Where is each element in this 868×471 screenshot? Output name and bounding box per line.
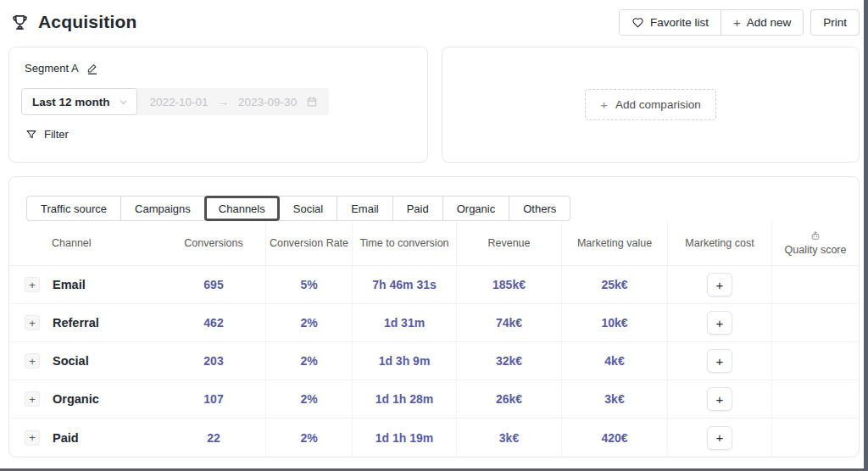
- channel-name: Referral: [53, 316, 99, 330]
- tab-campaigns[interactable]: Campaigns: [120, 196, 205, 221]
- revenue-cell: 26k€: [456, 380, 561, 418]
- column-header-marketing-value: Marketing value: [561, 221, 667, 265]
- channel-name: Social: [53, 354, 89, 368]
- column-header-channel: Channel: [9, 221, 162, 265]
- time-to-conversion-cell: 1d 31m: [352, 304, 456, 341]
- column-header-time-to-conversion: Time to conversion: [352, 221, 456, 265]
- channel-cell: + Social: [9, 342, 162, 380]
- table-row: + Paid 22 2% 1d 1h 19m 3k€ 420€ +: [9, 418, 859, 457]
- column-header-marketing-cost: Marketing cost: [667, 221, 771, 265]
- marketing-value-cell: 10k€: [561, 304, 667, 341]
- expand-row-button[interactable]: +: [25, 391, 40, 407]
- column-header-label: Marketing cost: [685, 237, 754, 249]
- segment-header: Segment A: [21, 62, 415, 75]
- revenue-cell: 74k€: [456, 304, 561, 341]
- revenue-cell: 3k€: [456, 418, 561, 457]
- window-right-edge: [864, 0, 868, 471]
- tab-paid[interactable]: Paid: [392, 196, 443, 221]
- trophy-icon: [10, 13, 30, 32]
- add-marketing-cost-button[interactable]: +: [707, 311, 732, 335]
- channel-name: Email: [53, 278, 86, 291]
- filter-button[interactable]: Filter: [21, 128, 69, 141]
- tab-social[interactable]: Social: [279, 196, 337, 221]
- channel-cell: + Paid: [9, 418, 162, 457]
- column-header-label: Channel: [52, 237, 92, 249]
- robot-icon: [810, 231, 821, 241]
- channel-name: Paid: [53, 431, 79, 445]
- segment-panel: Segment A Last 12 month 2022-10-01 → 202…: [8, 47, 428, 163]
- table-row: + Referral 462 2% 1d 31m 74k€ 10k€ +: [9, 304, 859, 342]
- expand-row-button[interactable]: +: [25, 315, 40, 330]
- header-actions: Favorite list + Add new Print: [619, 9, 860, 36]
- channel-cell: + Referral: [9, 304, 162, 341]
- quality-score-cell: [771, 342, 859, 380]
- segment-name: Segment A: [25, 62, 79, 75]
- time-to-conversion-cell: 1d 1h 28m: [352, 380, 456, 418]
- funnel-icon: [25, 129, 37, 141]
- add-marketing-cost-button[interactable]: +: [707, 387, 732, 411]
- table-row: + Social 203 2% 1d 3h 9m 32k€ 4k€ +: [9, 342, 859, 380]
- period-select-value: Last 12 month: [32, 96, 110, 108]
- column-header-label: Revenue: [487, 237, 530, 249]
- expand-row-button[interactable]: +: [25, 277, 40, 292]
- column-header-conversion-rate: Conversion Rate: [265, 221, 352, 265]
- edit-pencil-icon[interactable]: [86, 63, 98, 75]
- acquisition-table-card: Traffic sourceCampaignsChannelsSocialEma…: [8, 176, 860, 457]
- add-marketing-cost-button[interactable]: +: [707, 273, 732, 296]
- marketing-value-cell: 25k€: [561, 266, 667, 303]
- tab-channels[interactable]: Channels: [204, 196, 280, 221]
- plus-icon: +: [733, 15, 741, 30]
- conversions-cell: 695: [162, 266, 265, 303]
- time-to-conversion-cell: 1d 1h 19m: [352, 418, 456, 457]
- conversion-rate-cell: 2%: [265, 418, 352, 457]
- column-header-label: Conversions: [184, 237, 242, 249]
- column-header-conversions: Conversions: [162, 221, 265, 265]
- quality-score-cell: [771, 266, 859, 303]
- quality-score-cell: [771, 304, 859, 341]
- column-header-label: Time to conversion: [359, 237, 448, 249]
- channel-cell: + Organic: [9, 380, 162, 418]
- add-comparison-button[interactable]: + Add comparision: [585, 89, 715, 120]
- comparison-panel: + Add comparision: [442, 47, 860, 163]
- tab-email[interactable]: Email: [337, 196, 393, 221]
- marketing-value-cell: 420€: [561, 418, 667, 457]
- period-select[interactable]: Last 12 month: [21, 88, 137, 115]
- date-range-field[interactable]: 2022-10-01 → 2023-09-30: [135, 88, 330, 115]
- tab-organic[interactable]: Organic: [442, 196, 510, 221]
- conversion-rate-cell: 2%: [265, 304, 352, 341]
- table-body: + Email 695 5% 7h 46m 31s 185k€ 25k€ + +…: [9, 266, 859, 457]
- conversion-rate-cell: 5%: [265, 266, 352, 303]
- marketing-cost-cell: +: [667, 266, 771, 303]
- column-header-quality-score: Quality score: [771, 221, 859, 265]
- add-marketing-cost-button[interactable]: +: [707, 349, 732, 373]
- conversions-cell: 107: [162, 380, 265, 418]
- marketing-cost-cell: +: [667, 418, 771, 457]
- plus-icon: +: [600, 97, 608, 112]
- chevron-down-icon: [119, 97, 128, 107]
- table-row: + Organic 107 2% 1d 1h 28m 26k€ 3k€ +: [9, 380, 859, 418]
- table-row: + Email 695 5% 7h 46m 31s 185k€ 25k€ +: [9, 266, 859, 304]
- quality-score-cell: [771, 380, 859, 418]
- expand-row-button[interactable]: +: [25, 430, 40, 446]
- header-button-group: Favorite list + Add new: [619, 9, 804, 36]
- page-title: Acquisition: [38, 12, 137, 32]
- print-button[interactable]: Print: [810, 9, 860, 36]
- expand-row-button[interactable]: +: [25, 353, 40, 368]
- quality-score-cell: [771, 418, 859, 457]
- add-marketing-cost-button[interactable]: +: [707, 426, 732, 450]
- favorite-list-button[interactable]: Favorite list: [620, 10, 721, 35]
- add-comparison-label: Add comparision: [615, 98, 701, 111]
- revenue-cell: 32k€: [456, 342, 561, 380]
- column-header-revenue: Revenue: [456, 221, 561, 265]
- conversion-rate-cell: 2%: [265, 342, 352, 380]
- column-header-label: Marketing value: [577, 237, 652, 249]
- heart-icon: [632, 16, 644, 29]
- tab-traffic-source[interactable]: Traffic source: [26, 196, 121, 221]
- revenue-cell: 185k€: [456, 266, 561, 303]
- channel-cell: + Email: [9, 266, 162, 303]
- tab-others[interactable]: Others: [509, 196, 570, 221]
- topbar: Acquisition Favorite list + Add new Prin…: [0, 0, 868, 36]
- tabs: Traffic sourceCampaignsChannelsSocialEma…: [26, 196, 859, 221]
- arrow-right-icon: →: [218, 96, 230, 108]
- add-new-button[interactable]: + Add new: [721, 10, 803, 35]
